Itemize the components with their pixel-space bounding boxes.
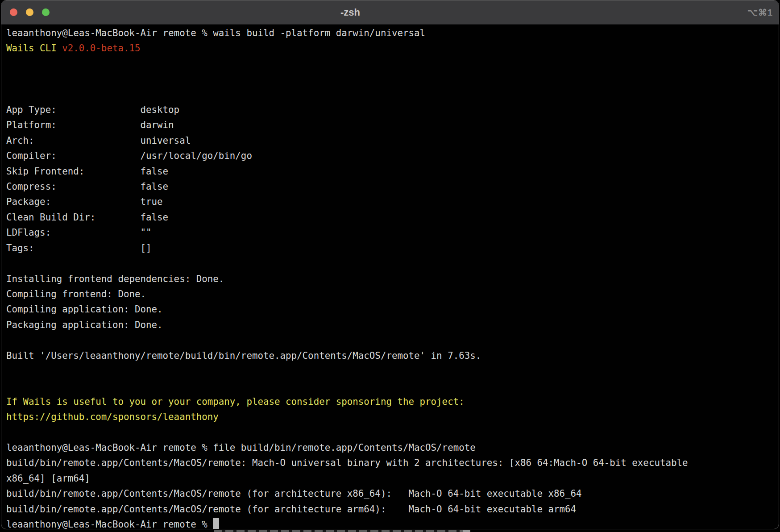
terminal-line: build/bin/remote.app/Contents/MacOS/remo… [6,502,779,517]
terminal-line: Arch: universal [6,133,779,148]
terminal-line: App Type: desktop [6,102,779,117]
terminal-line: Packaging application: Done. [6,317,779,332]
terminal-line: Clean Build Dir: false [6,210,779,225]
terminal-line: LDFlags: "" [6,225,779,240]
terminal-line: build/bin/remote.app/Contents/MacOS/remo… [6,455,779,470]
terminal-line [6,71,779,87]
window-title: -zsh [340,7,360,18]
terminal-line: Compiling application: Done. [6,302,779,317]
terminal-line: leaanthony@Leas-MacBook-Air remote % fil… [6,440,779,455]
terminal-line: Compiler: /usr/local/go/bin/go [6,148,779,163]
titlebar[interactable]: -zsh ⌥⌘1 [1,0,779,25]
terminal-line: Skip Frontend: false [6,164,779,179]
terminal-line: If Wails is useful to you or your compan… [6,394,779,409]
terminal-body[interactable]: leaanthony@Leas-MacBook-Air remote % wai… [1,25,779,529]
terminal-line: Installing frontend dependencies: Done. [6,271,779,287]
close-button[interactable] [10,8,17,16]
terminal-line: Tags: [] [6,241,779,256]
terminal-line: Platform: darwin [6,117,779,133]
terminal-line [6,332,779,348]
terminal-window: -zsh ⌥⌘1 leaanthony@Leas-MacBook-Air rem… [1,0,779,529]
terminal-line: build/bin/remote.app/Contents/MacOS/remo… [6,486,779,501]
terminal-line [6,56,779,71]
terminal-line: Wails CLI v2.0.0-beta.15 [6,41,779,56]
terminal-line [6,378,779,394]
terminal-line: x86_64] [arm64] [6,471,779,486]
terminal-line: https://github.com/sponsors/leaanthony [6,409,779,424]
terminal-line: Package: true [6,194,779,209]
zoom-button[interactable] [42,8,50,16]
terminal-line: leaanthony@Leas-MacBook-Air remote % wai… [6,25,779,41]
terminal-line: Built '/Users/leaanthony/remote/build/bi… [6,348,779,363]
terminal-line [6,425,779,440]
tab-shortcut-label: ⌥⌘1 [747,7,779,18]
terminal-line [6,87,779,102]
occluded-window-text-fragment [463,530,470,532]
traffic-lights [1,8,50,16]
terminal-line: leaanthony@Leas-MacBook-Air remote % [6,517,779,529]
minimize-button[interactable] [26,8,33,16]
terminal-line [6,363,779,378]
terminal-line: Compress: false [6,179,779,194]
terminal-line: Compiling frontend: Done. [6,287,779,302]
terminal-line [6,256,779,271]
occluded-window-text-fragments [214,530,466,532]
terminal-cursor [213,518,219,529]
